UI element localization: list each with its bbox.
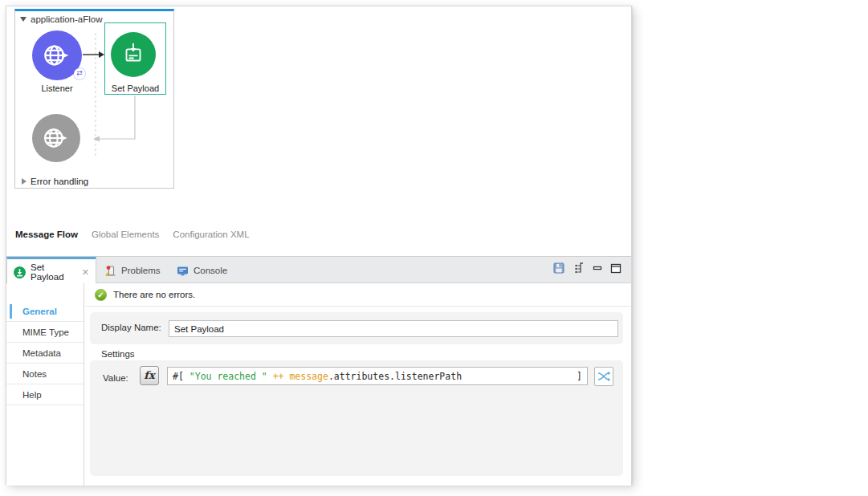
properties-sidebar: General MIME Type Metadata Notes Help [6,283,84,486]
set-payload-icon [120,41,147,68]
tab-global-elements[interactable]: Global Elements [92,230,159,239]
tab-message-flow[interactable]: Message Flow [15,230,78,239]
value-label: Value: [103,373,128,383]
expression-close-bracket: ] [577,371,582,382]
close-icon[interactable]: ✕ [82,267,89,278]
expression-token: .attributes.listenerPath [328,371,462,382]
status-message: There are no errors. [113,290,195,299]
value-expression-input[interactable]: #[ "You reached " ++ message .attributes… [167,367,588,385]
console-icon [177,265,189,277]
display-name-group: Display Name: [90,312,623,344]
editor-view-tabs: Message Flow Global Elements Configurati… [15,230,250,239]
tab-set-payload-label: Set Payload [31,262,75,282]
set-payload-green-icon [14,266,26,278]
sidebar-item-metadata[interactable]: Metadata [6,343,84,364]
tab-set-payload[interactable]: Set Payload ✕ [6,257,96,285]
tab-configuration-xml[interactable]: Configuration XML [173,230,249,239]
set-payload-node-label: Set Payload [104,83,166,93]
flow-header[interactable]: application-aFlow [20,14,103,24]
error-handling-section[interactable]: Error handling [22,177,88,186]
expression-token: #[ [173,371,189,382]
properties-content: ✓ There are no errors. Display Name: Set… [85,283,631,486]
expression-token-string: "You reached " [189,371,273,382]
dataweave-editor-button[interactable] [594,367,613,386]
exchange-badge-icon: ⇄ [74,68,85,79]
listener-node-label: Listener [28,83,86,93]
globe-arrow-icon [41,39,73,71]
flow-canvas[interactable]: application-aFlow ⇄ Listener [6,6,631,250]
tree-icon[interactable] [573,262,585,274]
sidebar-item-general[interactable]: General [6,301,84,322]
collapse-triangle-icon[interactable] [20,17,26,22]
sidebar-item-help[interactable]: Help [6,384,84,405]
minimize-icon[interactable] [593,263,603,274]
display-name-input[interactable] [169,320,618,337]
dataweave-icon [597,369,611,384]
status-row: ✓ There are no errors. [85,283,631,307]
set-payload-node[interactable] [111,32,156,77]
settings-group: Value: fx #[ "You reached " ++ message .… [90,360,623,476]
panel-toolbar [552,262,621,274]
expression-token-operator: ++ [273,371,290,382]
tab-problems-label: Problems [121,266,161,275]
fx-expression-button[interactable]: fx [140,366,159,385]
tab-console[interactable]: Console [170,257,234,284]
flow-title: application-aFlow [31,14,103,24]
panel-tab-bar: Set Payload ✕ Problems [6,256,631,283]
properties-panel: Set Payload ✕ Problems [6,256,631,486]
sidebar-item-mime-type[interactable]: MIME Type [6,322,84,343]
expand-triangle-icon[interactable] [22,178,26,185]
settings-section-title: Settings [101,349,135,359]
globe-arrow-icon-gray [41,123,71,153]
save-icon[interactable] [552,262,565,274]
properties-body: General MIME Type Metadata Notes Help ✓ … [6,283,631,486]
sidebar-item-notes[interactable]: Notes [6,364,84,384]
problems-icon [104,265,116,277]
maximize-icon[interactable] [610,263,621,274]
flow-container-application-aflow[interactable]: application-aFlow ⇄ Listener [14,9,174,189]
display-name-label: Display Name: [101,323,161,332]
error-handling-label: Error handling [31,177,88,186]
tab-problems[interactable]: Problems [98,257,167,284]
anypoint-studio-window: application-aFlow ⇄ Listener [6,6,632,485]
tab-console-label: Console [194,266,227,275]
no-errors-check-icon: ✓ [95,289,107,301]
expression-token-variable: message [289,371,328,382]
error-handler-node[interactable] [32,114,80,162]
